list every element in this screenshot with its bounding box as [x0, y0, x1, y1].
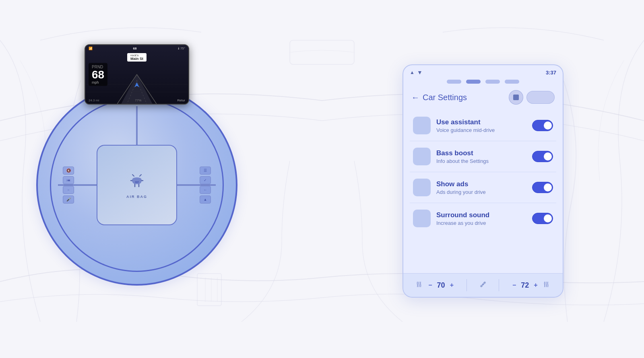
surround-sound-desc: Increase as you drive	[436, 220, 526, 226]
toggle-knob	[544, 183, 552, 191]
dot-2	[466, 80, 481, 84]
clock: 3:37	[546, 70, 556, 76]
use-assistant-text: Use assistant Voice guidance mid-drive	[436, 118, 526, 133]
spoke-top	[136, 106, 138, 146]
setting-item-bass-boost[interactable]: Bass boost Info about the Settings	[410, 141, 556, 172]
toggle-knob	[544, 121, 552, 130]
dot-3	[485, 80, 500, 84]
bass-boost-desc: Info about the Settings	[436, 158, 526, 164]
toggle-knob	[544, 152, 552, 160]
settings-header-actions	[509, 90, 555, 105]
use-assistant-icon	[413, 117, 431, 134]
phone-speed: 68	[133, 47, 136, 50]
surround-sound-text: Surround sound Increase as you drive	[436, 211, 526, 226]
heat-left-icon	[415, 280, 423, 290]
surround-sound-icon	[413, 210, 431, 227]
show-ads-title: Show ads	[436, 180, 526, 188]
climate-divider-left	[466, 279, 467, 291]
speed-display: PRND 68 mph	[89, 63, 107, 86]
setting-item-surround-sound[interactable]: Surround sound Increase as you drive	[410, 203, 556, 234]
spoke-right	[175, 184, 216, 186]
svg-line-19	[132, 175, 134, 176]
wheel-btn-mute[interactable]: 🔇	[63, 167, 74, 175]
left-temp-minus[interactable]: −	[427, 282, 433, 289]
bass-boost-title: Bass boost	[436, 149, 526, 157]
fan-icon	[479, 280, 487, 291]
use-assistant-title: Use assistant	[436, 118, 526, 126]
right-temp-minus[interactable]: −	[511, 282, 518, 289]
right-temp-plus[interactable]: +	[532, 282, 539, 289]
climate-center	[479, 280, 487, 291]
toggle-knob	[544, 214, 552, 222]
settings-title: Car Settings	[423, 93, 467, 102]
wifi-icon: ▼	[417, 69, 423, 76]
svg-text:aut: aut	[135, 181, 139, 183]
dot-4	[505, 80, 519, 84]
bass-boost-text: Bass boost Info about the Settings	[436, 149, 526, 164]
wheel-btn-nav[interactable]: ←	[200, 186, 211, 194]
left-temp-plus[interactable]: +	[448, 282, 455, 289]
setting-item-show-ads[interactable]: Show ads Ads during your drive	[410, 172, 556, 203]
steering-wheel: 🔇 ⏮ − 🎤 ☰ ✓ ← ▲ aut	[36, 84, 237, 286]
show-ads-toggle[interactable]	[532, 182, 553, 193]
use-assistant-toggle[interactable]	[532, 120, 553, 131]
stop-button[interactable]	[509, 90, 523, 105]
settings-header: ← Car Settings	[403, 86, 563, 109]
indicator-dots	[403, 77, 563, 86]
wheel-btn-menu[interactable]: ☰	[200, 167, 211, 175]
heat-right-icon	[543, 280, 551, 290]
show-ads-icon	[413, 179, 431, 196]
climate-bar: − 70 + −	[403, 273, 563, 297]
left-temp-value: 70	[437, 281, 445, 290]
setting-item-use-assistant[interactable]: Use assistant Voice guidance mid-drive	[410, 110, 556, 141]
settings-phone: ▲ ▼ 3:37 ← Car Settings	[402, 64, 564, 298]
wheel-btn-mic[interactable]: 🎤	[63, 195, 74, 204]
climate-divider-right	[499, 279, 499, 291]
svg-rect-4	[290, 40, 354, 64]
phone-screen: 📶 68 🌡75° PRND 68 mph rock's Main St 24.…	[85, 45, 188, 104]
settings-panel-container: ▲ ▼ 3:37 ← Car Settings	[402, 64, 564, 298]
wheel-btn-prev[interactable]: ⏮	[63, 176, 74, 184]
phone-status-bar: 📶 68 🌡75°	[89, 47, 185, 50]
surround-sound-title: Surround sound	[436, 211, 526, 219]
use-assistant-desc: Voice guidance mid-drive	[436, 127, 526, 133]
wheel-btn-check[interactable]: ✓	[200, 176, 211, 184]
svg-point-22	[482, 284, 484, 285]
surround-sound-toggle[interactable]	[532, 213, 553, 224]
mounted-phone: 📶 68 🌡75° PRND 68 mph rock's Main St 24.…	[85, 44, 189, 105]
street-name: rock's Main St	[127, 53, 147, 62]
climate-right: − 72 +	[511, 280, 551, 290]
android-icon: aut	[127, 171, 147, 191]
steering-wheel-hub: aut AIR BAG	[97, 145, 177, 225]
signal-icon: ▲	[410, 70, 415, 75]
bass-boost-icon	[413, 148, 431, 165]
bass-boost-toggle[interactable]	[532, 151, 553, 162]
spoke-left	[58, 184, 98, 186]
right-temp-value: 72	[521, 281, 529, 290]
air-bag-label: AIR BAG	[126, 195, 147, 199]
back-button[interactable]: ← Car Settings	[411, 93, 467, 102]
climate-left: − 70 +	[415, 280, 455, 290]
stop-icon	[513, 95, 519, 100]
settings-list: Use assistant Voice guidance mid-drive B…	[403, 110, 563, 273]
show-ads-desc: Ads during your drive	[436, 189, 526, 195]
settings-status-bar: ▲ ▼ 3:37	[403, 65, 563, 77]
wheel-btn-vol-down[interactable]: −	[63, 186, 74, 194]
wheel-btn-up[interactable]: ▲	[200, 195, 211, 204]
show-ads-text: Show ads Ads during your drive	[436, 180, 526, 195]
dot-1	[447, 80, 461, 84]
svg-line-20	[140, 175, 141, 176]
back-arrow-icon: ←	[411, 93, 419, 102]
action-pill[interactable]	[526, 91, 555, 104]
steering-wheel-area: 📶 68 🌡75° PRND 68 mph rock's Main St 24.…	[24, 32, 250, 338]
